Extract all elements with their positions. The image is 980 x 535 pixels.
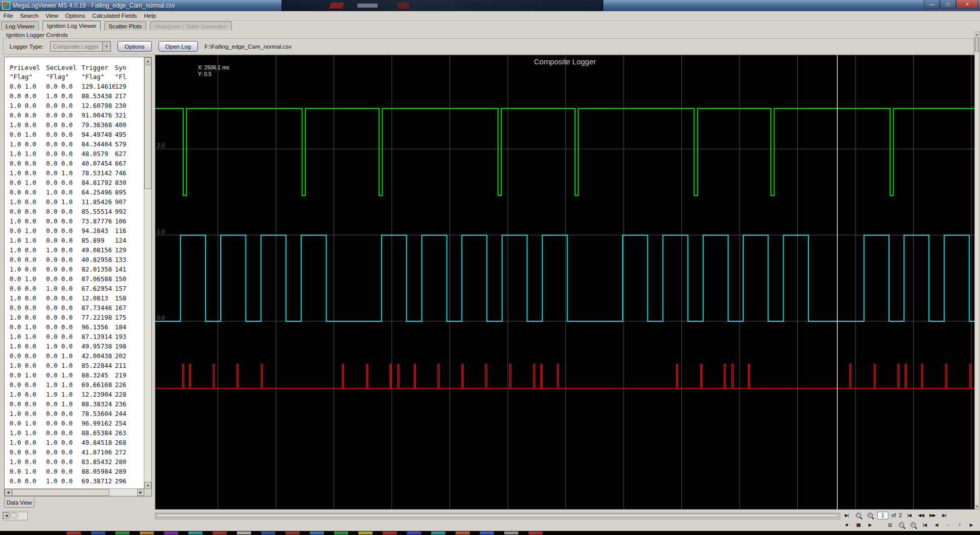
taskbar-icon[interactable]	[237, 531, 251, 534]
taskbar-icon[interactable]	[164, 531, 178, 534]
table-row[interactable]: 0.01.00.00.096.99162254	[10, 418, 144, 428]
prev-button[interactable]: ◀	[931, 521, 942, 529]
taskbar-icon[interactable]	[383, 531, 397, 534]
play-button[interactable]: ▶	[865, 521, 875, 529]
waveform-plot[interactable]	[155, 55, 974, 509]
menu-view[interactable]: View	[42, 12, 62, 19]
table-row[interactable]: 1.00.00.00.073.87776106	[10, 216, 144, 226]
play-to-end-button[interactable]: ▶|	[841, 511, 852, 519]
table-vertical-scrollbar[interactable]: ▲ ▼	[144, 57, 151, 489]
first-button[interactable]: |◀	[904, 511, 915, 519]
page-number-input[interactable]: 1	[877, 512, 888, 519]
rewind-button[interactable]: ◀◀	[916, 511, 926, 519]
table-row[interactable]: 0.01.00.01.088.3245219	[10, 370, 144, 380]
scroll-up-icon[interactable]: ▲	[144, 57, 151, 64]
table-row[interactable]: 1.00.00.00.077.22198175	[10, 313, 144, 322]
menu-help[interactable]: Help	[141, 12, 160, 19]
menu-options[interactable]: Options	[62, 12, 89, 19]
table-row[interactable]: 0.00.00.00.087.73446167	[10, 303, 144, 313]
table-row[interactable]: 0.00.01.00.067.62954157	[10, 284, 144, 293]
first-button[interactable]: |◀	[919, 521, 930, 529]
table-row[interactable]: 1.00.00.00.012.60798230	[10, 101, 144, 110]
chart-horizontal-scrollbar[interactable]	[155, 513, 840, 519]
taskbar-icon[interactable]	[91, 531, 105, 534]
taskbar-icon[interactable]	[504, 531, 518, 534]
tab-data-view[interactable]: Data View	[4, 498, 34, 508]
taskbar-icon[interactable]	[213, 531, 227, 534]
taskbar-icon[interactable]	[188, 531, 202, 534]
chart-scroll-thumb[interactable]	[156, 514, 838, 517]
taskbar-icon[interactable]	[334, 531, 348, 534]
print-button[interactable]: ▤	[884, 521, 895, 529]
content-scroll-thumb[interactable]	[975, 37, 979, 52]
table-row[interactable]: 1.00.00.00.084.34404579	[10, 139, 144, 149]
zoom-out-button[interactable]: −	[896, 521, 907, 529]
table-row[interactable]: 0.00.00.01.088.38324236	[10, 399, 144, 409]
vertical-scroll-thumb[interactable]	[144, 65, 151, 189]
tab-log-viewer[interactable]: Log Viewer	[1, 21, 39, 30]
scroll-down-icon[interactable]: ▼	[975, 504, 979, 509]
horizontal-scroll-thumb[interactable]	[12, 489, 109, 496]
table-row[interactable]: 0.01.00.00.088.05984289	[10, 467, 144, 476]
data-table[interactable]: PriLevelSecLevelTriggerSyn "Flag""Flag""…	[5, 57, 144, 489]
table-row[interactable]: 0.01.00.00.087.06588150	[10, 274, 144, 284]
table-row[interactable]: 1.01.00.00.087.13914193	[10, 332, 144, 341]
table-row[interactable]: 1.00.01.01.012.23904228	[10, 390, 144, 399]
table-row[interactable]: 0.00.00.01.042.00438202	[10, 351, 144, 361]
zoom-out-button[interactable]: −	[853, 511, 864, 519]
table-row[interactable]: 1.00.01.00.049.84518268	[10, 438, 144, 447]
table-row[interactable]: 0.00.00.00.040.82958133	[10, 255, 144, 264]
table-row[interactable]: 0.01.00.00.084.81792830	[10, 178, 144, 187]
open-log-button[interactable]: Open Log	[158, 41, 198, 52]
table-row[interactable]: 1.00.00.00.082.01358141	[10, 264, 144, 274]
taskbar-icon[interactable]	[67, 531, 81, 534]
last-button[interactable]: ▶|	[977, 521, 980, 529]
tab-ignition-log-viewer[interactable]: Ignition Log Viewer	[43, 21, 101, 31]
scroll-left-icon[interactable]: ◀	[5, 489, 12, 496]
table-row[interactable]: 0.00.01.00.088.53438217	[10, 91, 144, 101]
taskbar-icon[interactable]	[285, 531, 300, 534]
table-row[interactable]: 0.00.01.01.069.66168226	[10, 380, 144, 390]
taskbar-icon[interactable]	[310, 531, 324, 534]
table-row[interactable]: 1.00.00.00.083.85432280	[10, 457, 144, 467]
content-vertical-scrollbar[interactable]: ▲ ▼	[974, 31, 979, 510]
scroll-down-icon[interactable]: ▼	[144, 482, 151, 489]
mini-scroll-left-icon[interactable]: ◀	[3, 512, 10, 519]
table-row[interactable]: 0.01.00.00.094.2843116	[10, 226, 144, 236]
table-row[interactable]: 1.00.01.00.049.08156129	[10, 245, 144, 255]
table-row[interactable]: 0.00.00.00.091.00476321	[10, 110, 144, 120]
next-button[interactable]: ▶	[966, 521, 976, 529]
taskbar-icon[interactable]	[115, 531, 130, 534]
logger-type-select[interactable]: Composite Logger ▼	[50, 41, 111, 52]
table-row[interactable]: 0.01.00.00.0129.14616129	[10, 82, 144, 91]
last-button[interactable]: ▶|	[939, 511, 950, 519]
table-row[interactable]: 1.00.00.01.078.53142746	[10, 168, 144, 178]
table-row[interactable]: 1.01.00.00.085.899124	[10, 236, 144, 245]
table-horizontal-scrollbar[interactable]: ◀ ▶	[5, 488, 144, 496]
table-row[interactable]: 0.00.01.00.069.38712296	[10, 476, 144, 486]
forward-button[interactable]: ▶▶	[927, 511, 938, 519]
taskbar-icon[interactable]	[358, 531, 373, 534]
table-row[interactable]: 1.00.01.00.049.95738198	[10, 341, 144, 351]
menu-file[interactable]: File	[0, 12, 17, 19]
stop-button[interactable]: ■	[841, 521, 852, 529]
table-row[interactable]: 1.01.00.00.088.65384263	[10, 428, 144, 438]
table-row[interactable]: 1.00.00.00.079.36368400	[10, 120, 144, 130]
scroll-right-icon[interactable]: ▶	[137, 489, 144, 496]
table-row[interactable]: 1.00.00.00.078.53604244	[10, 409, 144, 418]
table-row[interactable]: 0.00.01.00.064.25496895	[10, 187, 144, 197]
composite-logger-chart[interactable]: Composite Logger X: 2506.1 ms Y: 0.5 2.0…	[155, 55, 975, 510]
table-row[interactable]: 0.00.00.00.040.07454667	[10, 159, 144, 168]
taskbar-icon[interactable]	[261, 531, 275, 534]
zoom-in-button[interactable]: +	[908, 521, 918, 529]
minus-button[interactable]: −	[943, 521, 953, 529]
table-row[interactable]: 1.00.00.01.085.22844211	[10, 361, 144, 370]
scroll-up-icon[interactable]: ▲	[975, 32, 979, 37]
taskbar-icon[interactable]	[140, 531, 154, 534]
table-row[interactable]: 1.00.00.01.011.85426907	[10, 197, 144, 207]
table-row[interactable]: 0.01.00.00.096.1356184	[10, 322, 144, 332]
mini-horizontal-scrollbar[interactable]: ◀	[3, 512, 28, 520]
mini-scroll-thumb[interactable]	[10, 513, 18, 518]
taskbar-icon[interactable]	[407, 531, 421, 534]
minimize-button[interactable]: —	[924, 0, 940, 9]
